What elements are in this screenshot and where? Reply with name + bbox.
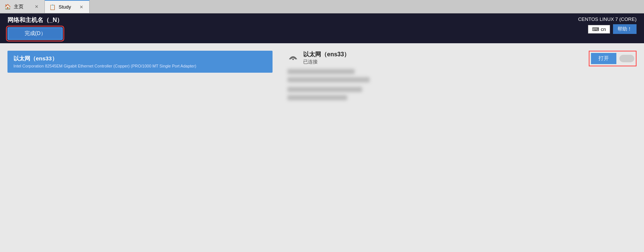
tab-bar: 🏠 主页 ✕ 📋 Study ✕ [0,0,644,13]
open-button-container: 打开 [589,51,637,66]
header-right: CENTOS LINUX 7 (CORE) ⌨ cn 帮助！ [578,16,637,34]
home-icon: 🏠 [4,4,11,10]
network-item-name: 以太网（ens33） [13,55,267,62]
detail-title: 以太网（ens33） [303,51,350,59]
left-panel: 以太网（ens33） Intel Corporation 82545EM Gig… [0,43,280,252]
svg-point-0 [292,59,294,60]
tab-study-label: Study [59,4,75,10]
tab-study[interactable]: 📋 Study ✕ [45,0,90,13]
header-controls: ⌨ cn 帮助！ [588,24,637,34]
open-button[interactable]: 打开 [591,53,616,64]
tab-home-close[interactable]: ✕ [33,3,40,10]
language-selector[interactable]: ⌨ cn [588,25,610,34]
blurred-line-1 [287,69,355,74]
toggle-switch[interactable] [619,55,634,62]
help-button[interactable]: 帮助！ [613,24,637,34]
right-panel: 打开 [532,43,644,252]
header-bar: 网络和主机名（_N） 完成(D） CENTOS LINUX 7 (CORE) ⌨… [0,13,644,43]
done-button[interactable]: 完成(D） [7,27,63,40]
tab-home-label: 主页 [14,3,30,10]
blurred-line-4 [287,95,347,100]
detail-header: 以太网（ens33） 已连接 [287,51,525,65]
network-detail-icon [287,51,299,65]
blurred-info [287,69,525,100]
detail-status: 已连接 [303,59,350,65]
main-content: 以太网（ens33） Intel Corporation 82545EM Gig… [0,43,644,252]
tab-home[interactable]: 🏠 主页 ✕ [0,0,45,13]
middle-panel: 以太网（ens33） 已连接 [280,43,532,252]
blurred-line-2 [287,77,370,82]
os-label: CENTOS LINUX 7 (CORE) [578,16,637,22]
detail-title-group: 以太网（ens33） 已连接 [303,51,350,65]
header-left: 网络和主机名（_N） 完成(D） [7,16,63,40]
study-icon: 📋 [49,4,56,10]
tab-study-close[interactable]: ✕ [78,4,85,10]
toggle-area: 打开 [591,53,634,64]
network-item-description: Intel Corporation 82545EM Gigabit Ethern… [13,64,267,68]
language-label: cn [601,26,606,32]
keyboard-icon: ⌨ [592,26,599,32]
page-title: 网络和主机名（_N） [7,16,63,24]
network-list-item[interactable]: 以太网（ens33） Intel Corporation 82545EM Gig… [7,51,273,73]
blurred-line-3 [287,87,362,92]
